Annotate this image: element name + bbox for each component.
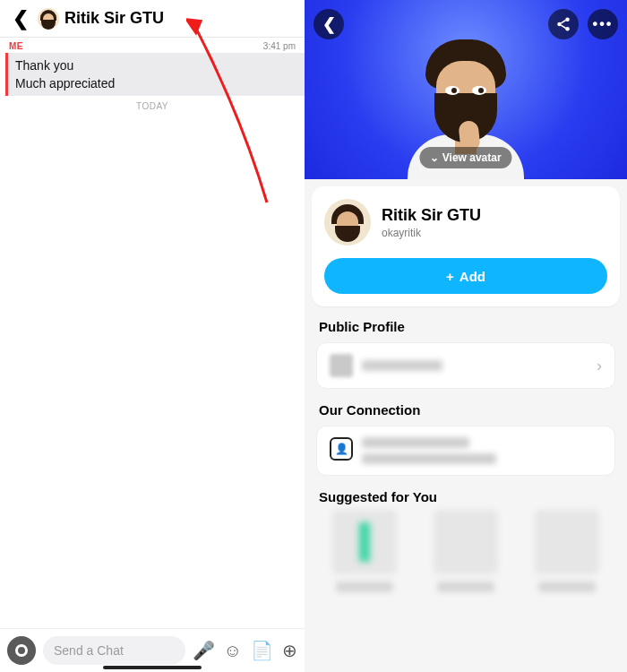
sent-message-block: Thank you Much appreciated <box>5 53 305 96</box>
redacted-text <box>362 437 469 448</box>
redacted-text <box>336 582 393 592</box>
message-line: Much appreciated <box>15 74 297 92</box>
contacts-icon: 👤 <box>330 437 353 461</box>
redacted-avatar <box>332 510 397 574</box>
sticker-icon[interactable]: 📄 <box>251 640 273 661</box>
chat-text-input[interactable]: Send a Chat <box>43 636 185 665</box>
chat-header: ❮ Ritik Sir GTU <box>0 0 305 38</box>
redacted-text <box>437 582 494 592</box>
chat-title[interactable]: Ritik Sir GTU <box>64 9 164 28</box>
section-our-connection: Our Connection <box>305 397 627 423</box>
profile-avatar-medium <box>324 199 371 246</box>
camera-button[interactable] <box>7 636 36 665</box>
section-suggested: Suggested for You <box>305 484 627 510</box>
suggested-user[interactable] <box>519 510 614 592</box>
sender-me-label: ME <box>9 41 23 51</box>
view-avatar-button[interactable]: ⌄ View avatar <box>419 147 511 168</box>
profile-screen: ❮ ••• ⌄ View avatar Ritik Sir GTU okayri… <box>305 0 627 672</box>
svg-point-3 <box>565 27 570 31</box>
profile-card: Ritik Sir GTU okayritik + Add <box>312 186 620 306</box>
connection-row[interactable]: 👤 <box>317 426 614 475</box>
profile-display-name: Ritik Sir GTU <box>382 206 481 225</box>
section-public-profile: Public Profile <box>305 314 627 340</box>
redacted-text <box>538 582 596 592</box>
chat-scroll-area[interactable] <box>0 116 305 628</box>
message-line: Thank you <box>15 56 297 74</box>
suggested-user[interactable] <box>418 510 514 592</box>
share-icon <box>555 16 571 32</box>
chevron-right-icon: › <box>597 357 602 375</box>
profile-back-button[interactable]: ❮ <box>314 9 344 39</box>
redacted-text <box>362 360 442 371</box>
suggested-row <box>305 510 627 592</box>
profile-hero: ❮ ••• ⌄ View avatar <box>305 0 627 179</box>
home-indicator <box>103 666 202 669</box>
add-label: Add <box>460 269 485 284</box>
suggested-user[interactable] <box>317 510 413 592</box>
profile-username: okayritik <box>382 227 481 239</box>
redacted-text <box>362 453 496 464</box>
plus-icon: + <box>446 269 454 284</box>
expand-down-icon: ⌄ <box>430 151 439 164</box>
public-profile-row[interactable]: › <box>317 343 614 388</box>
camera-icon <box>15 644 28 657</box>
svg-point-1 <box>557 22 562 27</box>
redacted-thumbnail <box>330 354 353 377</box>
emoji-icon[interactable]: ☺ <box>224 641 242 661</box>
svg-point-2 <box>565 18 570 22</box>
microphone-icon[interactable]: 🎤 <box>193 640 215 661</box>
chat-screen: ❮ Ritik Sir GTU ME 3:41 pm Thank you Muc… <box>0 0 305 672</box>
date-divider: TODAY <box>0 96 305 116</box>
more-button[interactable]: ••• <box>588 9 618 39</box>
plus-icon[interactable]: ⊕ <box>282 640 297 661</box>
contact-avatar-small[interactable] <box>38 8 59 30</box>
message-time: 3:41 pm <box>263 41 296 51</box>
add-friend-button[interactable]: + Add <box>324 258 607 294</box>
back-icon[interactable]: ❮ <box>7 4 34 34</box>
share-button[interactable] <box>548 9 579 39</box>
redacted-avatar <box>535 510 599 574</box>
redacted-avatar <box>434 510 498 574</box>
message-meta-row: ME 3:41 pm <box>0 38 305 53</box>
view-avatar-label: View avatar <box>442 151 502 164</box>
